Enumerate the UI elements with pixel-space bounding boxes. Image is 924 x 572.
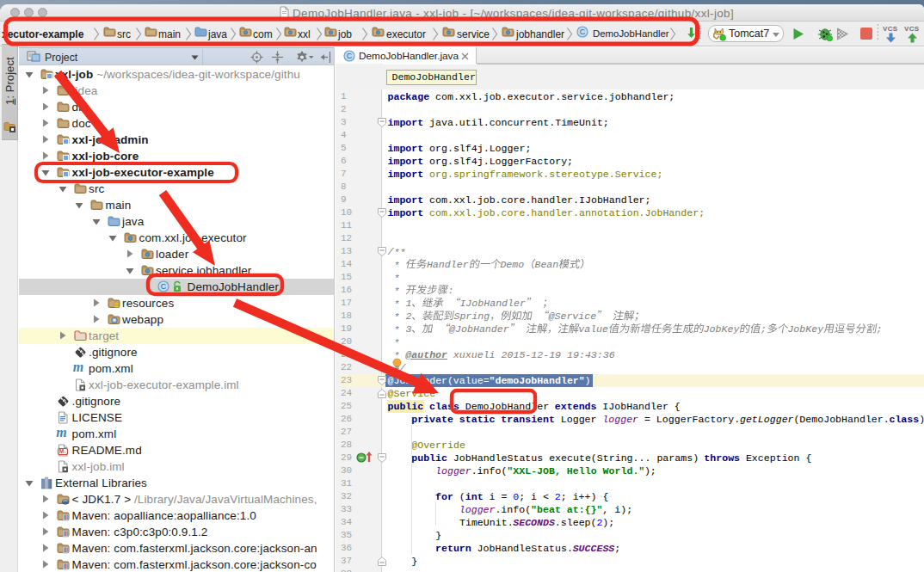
svg-text:C: C — [580, 28, 586, 36]
svg-text:C: C — [347, 52, 353, 60]
